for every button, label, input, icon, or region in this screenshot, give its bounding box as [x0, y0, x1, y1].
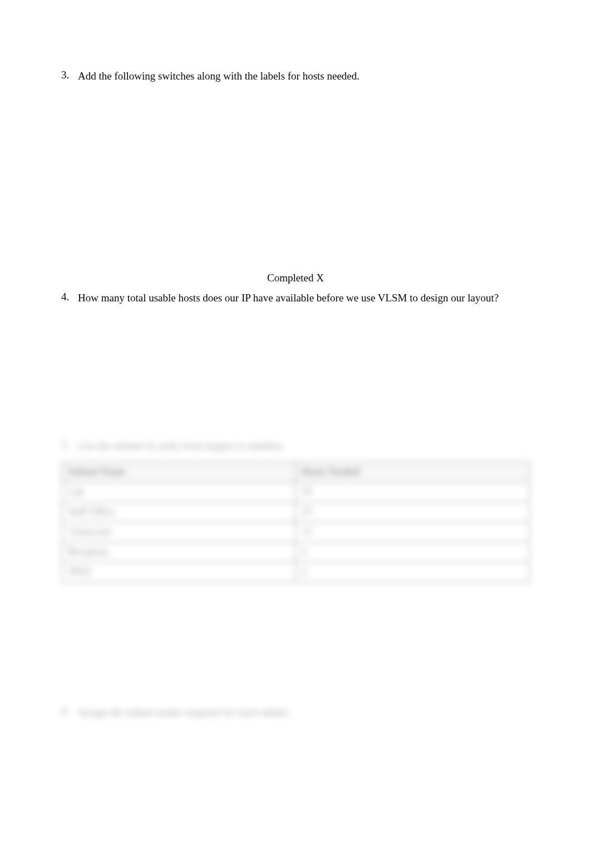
- header-subnet-name: Subnet Name: [62, 462, 296, 482]
- list-number-4: 4.: [61, 291, 78, 303]
- table-row: Reception 5: [62, 542, 529, 562]
- list-item-6: 6. Assign the subnet masks required for …: [61, 705, 530, 720]
- cell-hosts: 15: [296, 522, 529, 542]
- cell-hosts: 50: [296, 482, 529, 502]
- list-text-6: Assign the subnet masks required for eac…: [78, 705, 530, 720]
- cell-hosts: 25: [296, 502, 529, 522]
- table-row: Staff Office 25: [62, 502, 529, 522]
- list-number-6: 6.: [61, 705, 78, 717]
- list-item-5: 5. List the subnets in order from larges…: [61, 439, 530, 454]
- cell-hosts: 2: [296, 562, 529, 582]
- list-item-3: 3. Add the following switches along with…: [61, 69, 530, 84]
- completed-label: Completed X: [61, 272, 530, 284]
- subnet-table: Subnet Name Hosts Needed Lab 50 Staff Of…: [61, 462, 530, 583]
- table-row: WAN 2: [62, 562, 529, 582]
- subnet-table-wrap: Subnet Name Hosts Needed Lab 50 Staff Of…: [61, 462, 530, 583]
- cell-hosts: 5: [296, 542, 529, 562]
- list-number-5: 5.: [61, 439, 78, 451]
- cell-subnet-name: Classroom: [62, 522, 296, 542]
- cell-subnet-name: Staff Office: [62, 502, 296, 522]
- list-text-3: Add the following switches along with th…: [78, 69, 530, 84]
- cell-subnet-name: WAN: [62, 562, 296, 582]
- table-row: Lab 50: [62, 482, 529, 502]
- cell-subnet-name: Reception: [62, 542, 296, 562]
- table-row: Classroom 15: [62, 522, 529, 542]
- cell-subnet-name: Lab: [62, 482, 296, 502]
- header-hosts-needed: Hosts Needed: [296, 462, 529, 482]
- list-number-3: 3.: [61, 69, 78, 81]
- list-text-5: List the subnets in order from largest t…: [78, 439, 530, 454]
- list-text-4: How many total usable hosts does our IP …: [78, 291, 530, 306]
- table-header-row: Subnet Name Hosts Needed: [62, 462, 529, 482]
- list-item-4: 4. How many total usable hosts does our …: [61, 291, 530, 306]
